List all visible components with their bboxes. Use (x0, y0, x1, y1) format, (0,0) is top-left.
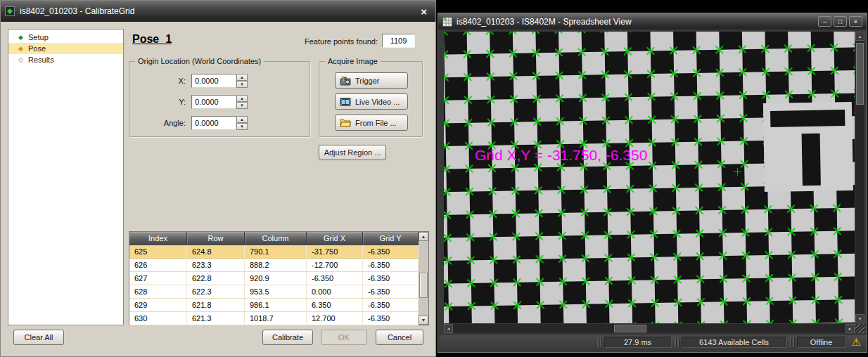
calibrate-button[interactable]: Calibrate (262, 330, 313, 345)
table-cell: 790.1 (245, 245, 307, 259)
origin-group-title: Origin Location (World Coordinates) (135, 57, 264, 65)
calibration-grid-image (444, 32, 855, 323)
scrollbar-thumb[interactable] (614, 325, 646, 332)
table-header-row: Index Row Column Grid X Grid Y (129, 232, 419, 245)
pose-heading: Pose 1 (132, 33, 172, 46)
table-cell: 986.1 (245, 299, 307, 312)
y-label: Y: (129, 98, 191, 106)
scroll-up-icon[interactable]: ▲ (419, 232, 428, 241)
scroll-up-icon[interactable]: ▲ (855, 32, 864, 41)
results-diamond-icon: ◇ (18, 56, 28, 63)
table-row[interactable]: 626 623.3 888.2 -12.700 -6.350 (129, 259, 419, 272)
column-header-grid-x[interactable]: Grid X (307, 232, 363, 245)
spreadsheet-icon (442, 17, 452, 27)
column-header-index[interactable]: Index (129, 232, 187, 245)
angle-value[interactable]: 0.0000 (191, 116, 236, 130)
table-cell: -6.350 (363, 299, 419, 312)
scroll-left-icon[interactable]: ◄ (444, 324, 453, 333)
table-row[interactable]: 627 622.8 920.9 -6.350 -6.350 (129, 272, 419, 285)
image-horizontal-scrollbar[interactable]: ◄ ► (444, 324, 855, 333)
spreadsheet-titlebar[interactable]: is8402_010203 - IS8402M - Spreadsheet Vi… (438, 13, 867, 30)
table-row[interactable]: 625 624.8 790.1 -31.750 -6.350 (129, 245, 419, 259)
y-field-row: Y: 0.0000 ▲ ▼ (129, 95, 309, 109)
grid-origin-cross-icon (734, 168, 741, 176)
angle-field-row: Angle: 0.0000 ▲ ▼ (129, 116, 309, 130)
angle-spin-up-button[interactable]: ▲ (236, 116, 248, 123)
status-bar: 27.9 ms 6143 Available Cells Offline ⚠ (440, 335, 867, 349)
from-file-button[interactable]: From File ... (335, 115, 408, 131)
tree-item-pose[interactable]: ◆ Pose (8, 43, 123, 54)
table-cell: 920.9 (245, 272, 307, 285)
trigger-button[interactable]: Trigger (335, 72, 408, 89)
scroll-down-icon[interactable]: ▼ (855, 314, 864, 323)
angle-spin-down-button[interactable]: ▼ (236, 123, 248, 130)
table-cell: -6.350 (363, 272, 419, 285)
cancel-button[interactable]: Cancel (376, 330, 423, 345)
status-separator (675, 338, 679, 346)
y-input[interactable]: 0.0000 ▲ ▼ (191, 95, 248, 109)
table-row[interactable]: 630 621.3 1018.7 12.700 -6.350 (129, 312, 419, 325)
scrollbar-thumb[interactable] (419, 273, 428, 298)
table-cell: 12.700 (307, 312, 363, 325)
connection-status: Offline (797, 337, 846, 348)
spreadsheet-window-title: is8402_010203 - IS8402M - Spreadsheet Vi… (457, 17, 816, 27)
minimize-icon[interactable]: – (818, 16, 831, 27)
y-value[interactable]: 0.0000 (191, 95, 236, 109)
angle-label: Angle: (129, 119, 191, 127)
column-header-grid-y[interactable]: Grid Y (363, 232, 419, 245)
resize-grip[interactable] (855, 324, 864, 333)
scrollbar-thumb[interactable] (856, 43, 864, 105)
close-icon[interactable]: × (416, 6, 431, 18)
fiducial-marker (763, 102, 853, 192)
trigger-icon (340, 75, 351, 86)
x-value[interactable]: 0.0000 (191, 74, 236, 88)
feature-points-value: 1109 (382, 34, 415, 48)
y-spin-down-button[interactable]: ▼ (236, 102, 248, 109)
table-cell: -31.750 (307, 245, 363, 259)
calibration-image-view[interactable]: Grid X,Y = -31.750, -6.350 (444, 32, 855, 323)
table-cell: 622.3 (187, 285, 245, 299)
tree-item-results[interactable]: ◇ Results (8, 54, 123, 65)
table-cell: 621.3 (187, 312, 245, 325)
status-separator (597, 338, 601, 346)
calibrate-window-title: is8402_010203 - CalibrateGrid (20, 6, 416, 16)
close-icon[interactable]: × (849, 16, 862, 27)
table-cell: 622.8 (187, 272, 245, 285)
live-video-button[interactable]: Live Video ... (335, 93, 408, 110)
table-row[interactable]: 629 621.8 986.1 6.350 -6.350 (129, 299, 419, 312)
table-cell: -6.350 (363, 312, 419, 325)
ok-button[interactable]: OK (321, 330, 367, 345)
setup-diamond-icon: ◆ (18, 34, 28, 41)
table-cell: 6.350 (307, 299, 363, 312)
table-cell: 630 (129, 312, 187, 325)
pose-diamond-icon: ◆ (18, 45, 28, 52)
x-spin-up-button[interactable]: ▲ (236, 74, 248, 81)
angle-input[interactable]: 0.0000 ▲ ▼ (191, 116, 248, 130)
scroll-right-icon[interactable]: ► (845, 324, 855, 333)
calibrate-titlebar[interactable]: is8402_010203 - CalibrateGrid × (1, 1, 435, 22)
clear-all-button[interactable]: Clear All (13, 330, 64, 345)
image-vertical-scrollbar[interactable]: ▲ ▼ (855, 32, 864, 323)
table-cell: 629 (129, 299, 187, 312)
table-scrollbar[interactable]: ▲ ▼ (419, 232, 428, 325)
scroll-down-icon[interactable]: ▼ (419, 316, 428, 325)
x-input[interactable]: 0.0000 ▲ ▼ (191, 74, 248, 88)
table-cell: 0.000 (307, 285, 363, 299)
y-spin-up-button[interactable]: ▲ (236, 95, 248, 102)
table-cell: 627 (129, 272, 187, 285)
table-cell: 624.8 (187, 245, 245, 259)
tree-item-setup[interactable]: ◆ Setup (8, 32, 123, 43)
table-cell: 626 (129, 259, 187, 272)
column-header-row[interactable]: Row (187, 232, 245, 245)
available-cells-status: 6143 Available Cells (682, 337, 787, 348)
table-row[interactable]: 628 622.3 953.5 0.000 -6.350 (129, 285, 419, 299)
maximize-icon[interactable]: □ (834, 16, 847, 27)
column-header-column[interactable]: Column (245, 232, 307, 245)
feature-points-label: Feature points found: (260, 37, 378, 46)
app-icon (5, 6, 15, 17)
warning-icon[interactable]: ⚠ (852, 336, 861, 349)
x-spin-down-button[interactable]: ▼ (236, 81, 248, 88)
acquire-image-group: Acquire Image Trigger (319, 61, 423, 137)
adjust-region-button[interactable]: Adjust Region ... (319, 145, 386, 160)
table-cell: -6.350 (363, 285, 419, 299)
